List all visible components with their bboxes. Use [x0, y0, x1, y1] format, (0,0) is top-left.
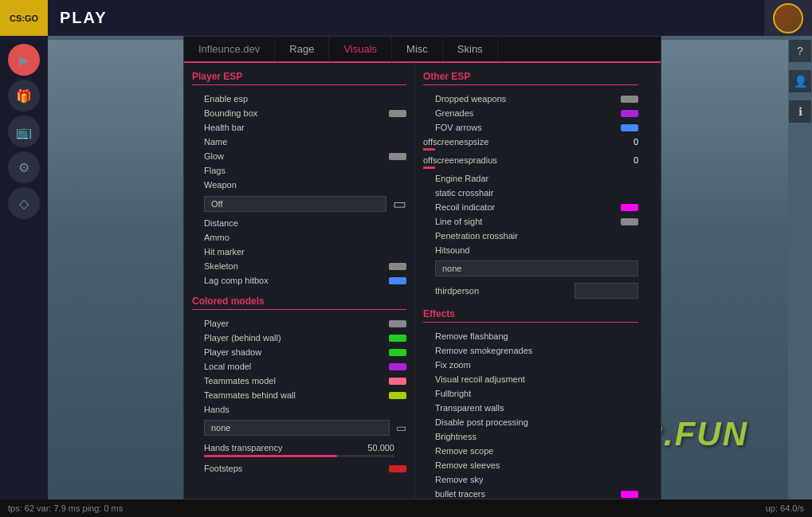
- lag-comp-color[interactable]: [389, 277, 406, 284]
- option-bullet-tracers[interactable]: bullet tracers: [423, 487, 638, 499]
- hands-transparency-fill: [204, 455, 337, 457]
- option-footsteps[interactable]: Footsteps: [192, 461, 406, 476]
- weapon-dropdown-row[interactable]: Off ▭: [192, 192, 406, 216]
- option-fullbright[interactable]: Fullbright: [423, 386, 638, 401]
- option-player[interactable]: Player: [192, 316, 406, 331]
- other-esp-title: Other ESP: [423, 71, 638, 85]
- option-player-shadow[interactable]: Player shadow: [192, 345, 406, 359]
- option-static-crosshair[interactable]: static crosshair: [423, 186, 638, 200]
- option-weapon[interactable]: Weapon: [192, 178, 406, 192]
- option-skeleton[interactable]: Skeleton: [192, 259, 406, 273]
- sidebar-diamond-icon[interactable]: ◇: [8, 187, 40, 219]
- player-color[interactable]: [389, 320, 406, 327]
- hands-transparency-label: Hands transparency: [204, 443, 282, 452]
- question-icon[interactable]: ?: [789, 40, 811, 62]
- skeleton-color[interactable]: [389, 263, 406, 270]
- option-hands[interactable]: Hands: [192, 402, 406, 417]
- option-remove-smokegrenades[interactable]: Remove smokegrenades: [423, 343, 638, 358]
- hitsound-label: Hitsound: [435, 245, 638, 255]
- recoil-indicator-color[interactable]: [621, 204, 638, 211]
- teammates-model-color[interactable]: [389, 378, 406, 385]
- option-name[interactable]: Name: [192, 135, 406, 149]
- option-ammo[interactable]: Ammo: [192, 230, 406, 245]
- status-bar: tps: 62 var: 7.9 ms ping: 0 ms up: 64.0/…: [0, 499, 812, 517]
- sidebar-tv-icon[interactable]: 📺: [8, 116, 40, 147]
- option-bounding-box[interactable]: Bounding box: [192, 106, 406, 120]
- health-bar-label: Health bar: [204, 123, 406, 132]
- footsteps-color[interactable]: [389, 465, 406, 472]
- option-hit-marker[interactable]: Hit marker: [192, 245, 406, 259]
- fix-zoom-label: Fix zoom: [435, 360, 638, 370]
- grenades-label: Grenades: [435, 108, 617, 118]
- option-teammates-model[interactable]: Teammates model: [192, 374, 406, 388]
- option-distance[interactable]: Distance: [192, 216, 406, 230]
- weapon-dropdown-select[interactable]: Off: [204, 196, 386, 212]
- option-fov-arrows[interactable]: FOV arrows: [423, 120, 638, 135]
- sidebar-gift-icon[interactable]: 🎁: [8, 80, 40, 112]
- teammates-behind-wall-color[interactable]: [389, 392, 406, 399]
- hands-label: Hands: [204, 405, 406, 414]
- offscreenespsize-label: offscreenespsize: [423, 137, 634, 147]
- hitsound-dropdown-row[interactable]: none: [423, 257, 638, 280]
- option-dropped-weapons[interactable]: Dropped weapons: [423, 92, 638, 106]
- sidebar-settings-icon[interactable]: ⚙: [8, 151, 40, 183]
- option-remove-sleeves[interactable]: Remove sleeves: [423, 458, 638, 472]
- fov-arrows-color[interactable]: [621, 124, 638, 131]
- option-teammates-behind-wall[interactable]: Teammates behind wall: [192, 388, 406, 402]
- sidebar-play-icon[interactable]: ▶: [8, 44, 40, 76]
- option-player-behind-wall[interactable]: Player (behind wall): [192, 331, 406, 345]
- remove-sky-label: Remove sky: [435, 475, 638, 484]
- bullet-tracers-color[interactable]: [621, 491, 638, 498]
- bounding-box-color[interactable]: [389, 110, 406, 117]
- hands-dropdown-row[interactable]: none ▭: [192, 417, 406, 439]
- bullet-tracers-label: bullet tracers: [435, 489, 617, 499]
- option-health-bar[interactable]: Health bar: [192, 120, 406, 135]
- local-model-color[interactable]: [389, 363, 406, 370]
- option-flags[interactable]: Flags: [192, 163, 406, 178]
- content-area: Player ESP Enable esp Bounding box Healt…: [184, 63, 661, 499]
- option-penetration-crosshair[interactable]: Penetration crosshair: [423, 229, 638, 243]
- option-recoil-indicator[interactable]: Recoil indicator: [423, 200, 638, 214]
- player-behind-wall-color[interactable]: [389, 335, 406, 342]
- option-remove-scope[interactable]: Remove scope: [423, 444, 638, 458]
- option-grenades[interactable]: Grenades: [423, 106, 638, 120]
- option-fix-zoom[interactable]: Fix zoom: [423, 358, 638, 372]
- option-remove-sky[interactable]: Remove sky: [423, 472, 638, 487]
- line-of-sight-color[interactable]: [621, 218, 638, 225]
- option-visual-recoil[interactable]: Visual recoil adjusment: [423, 372, 638, 386]
- thirdperson-row[interactable]: thirdperson: [423, 280, 638, 302]
- tab-skins[interactable]: Skins: [443, 37, 498, 61]
- info-icon[interactable]: ℹ: [789, 100, 811, 123]
- dropped-weapons-label: Dropped weapons: [435, 94, 617, 104]
- option-engine-radar[interactable]: Engine Radar: [423, 171, 638, 186]
- option-glow[interactable]: Glow: [192, 149, 406, 163]
- remove-smokegrenades-label: Remove smokegrenades: [435, 346, 638, 355]
- status-left: tps: 62 var: 7.9 ms ping: 0 ms: [8, 503, 123, 513]
- hitsound-dropdown-select[interactable]: none: [435, 260, 638, 276]
- option-remove-flashbang[interactable]: Remove flashbang: [423, 329, 638, 343]
- tab-misc[interactable]: Misc: [392, 37, 443, 61]
- tab-infleunce[interactable]: Infleunce.dev: [184, 37, 275, 61]
- option-lag-comp[interactable]: Lag comp hitbox: [192, 273, 406, 288]
- option-local-model[interactable]: Local model: [192, 359, 406, 374]
- option-line-of-sight[interactable]: Line of sight: [423, 214, 638, 229]
- left-sidebar: ▶ 🎁 📺 ⚙ ◇: [0, 36, 48, 517]
- option-enable-esp[interactable]: Enable esp: [192, 92, 406, 106]
- option-hitsound[interactable]: Hitsound: [423, 243, 638, 257]
- player-label: Player: [204, 319, 385, 328]
- option-transparent-walls[interactable]: Transparent walls: [423, 401, 638, 415]
- hands-transparency-slider[interactable]: [204, 455, 394, 457]
- profile-icon[interactable]: 👤: [789, 70, 811, 92]
- thirdperson-select[interactable]: [575, 283, 638, 299]
- skeleton-label: Skeleton: [204, 261, 385, 271]
- hands-dropdown-select[interactable]: none: [204, 420, 390, 436]
- static-crosshair-label: static crosshair: [435, 188, 638, 198]
- dropped-weapons-color[interactable]: [621, 96, 638, 103]
- player-shadow-color[interactable]: [389, 349, 406, 356]
- grenades-color[interactable]: [621, 110, 638, 117]
- glow-color[interactable]: [389, 153, 406, 160]
- option-disable-post-processing[interactable]: Disable post processing: [423, 415, 638, 429]
- tab-rage[interactable]: Rage: [275, 37, 329, 61]
- tab-visuals[interactable]: Visuals: [329, 37, 392, 63]
- option-brightness[interactable]: Brightness: [423, 429, 638, 444]
